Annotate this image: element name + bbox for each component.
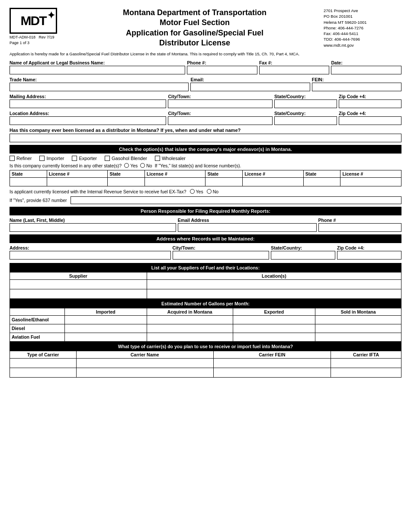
date-input[interactable]	[331, 66, 401, 74]
carrier-fein-1[interactable]	[213, 358, 331, 368]
checkbox-wholesaler[interactable]: Wholesaler	[155, 156, 186, 161]
state-cell-3[interactable]	[206, 177, 243, 186]
company-licensed-input[interactable]	[10, 134, 401, 142]
checkbox-refiner[interactable]: Refiner	[10, 156, 32, 161]
carrier-fein-2[interactable]	[213, 368, 331, 377]
license-cell-4[interactable]	[340, 177, 401, 186]
email-label: Email:	[190, 77, 310, 82]
person-phone-label: Phone #	[318, 218, 401, 223]
diesel-exported[interactable]	[233, 324, 315, 333]
records-zip-group: Zip Code +4:	[337, 245, 401, 260]
licensed-no-radio[interactable]	[140, 163, 145, 168]
ex-tax-yes-option[interactable]: Yes	[190, 189, 203, 194]
carrier-type-1[interactable]	[10, 358, 77, 368]
diesel-acquired[interactable]	[147, 324, 233, 333]
records-state-label: State/Country:	[271, 245, 335, 250]
ex-tax-637-input[interactable]	[71, 196, 401, 204]
mailing-state-input[interactable]	[274, 99, 337, 108]
state-cell-1[interactable]	[10, 177, 47, 186]
location-state-input[interactable]	[274, 116, 337, 125]
supplier-name-2[interactable]	[10, 289, 147, 298]
location-city-group: City/Town:	[168, 111, 273, 125]
records-city-input[interactable]	[173, 251, 270, 260]
fax-input[interactable]	[259, 66, 330, 74]
gasoline-sold[interactable]	[315, 315, 401, 324]
ex-tax-yes-label: Yes	[196, 189, 203, 194]
carrier-ifta-2[interactable]	[331, 368, 401, 377]
carrier-row-2	[10, 368, 401, 377]
diesel-sold[interactable]	[315, 324, 401, 333]
phone-group: Phone #:	[187, 60, 257, 74]
license-cell-1[interactable]	[47, 177, 108, 186]
licensed-no-option[interactable]: No	[140, 163, 152, 168]
checkbox-exporter[interactable]: Exporter	[72, 156, 97, 161]
person-name-input[interactable]	[10, 223, 176, 232]
applicant-name-input[interactable]	[10, 66, 185, 74]
refiner-checkbox[interactable]	[10, 156, 15, 161]
supplier-location-1[interactable]	[147, 279, 401, 289]
col-license-3: License #	[243, 170, 304, 177]
records-city-label: City/Town:	[173, 245, 270, 250]
ex-tax-no-option[interactable]: No	[207, 189, 218, 194]
aviation-sold[interactable]	[315, 333, 401, 341]
gasoline-acquired[interactable]	[147, 315, 233, 324]
diesel-imported[interactable]	[64, 324, 147, 333]
fein-input[interactable]	[312, 83, 401, 91]
records-zip-input[interactable]	[337, 251, 401, 260]
location-address-input[interactable]	[10, 116, 166, 125]
gasoline-imported[interactable]	[64, 315, 147, 324]
license-cell-2[interactable]	[144, 177, 206, 186]
licensed-yes-option[interactable]: Yes	[124, 163, 138, 168]
sold-header: Sold in Montana	[315, 308, 401, 315]
logo-area: MDT ✦ MDT-ADM-018 Rev 7/19 Page 1 of 3	[10, 8, 66, 45]
state-cell-2[interactable]	[108, 177, 145, 186]
ex-tax-no-radio[interactable]	[207, 189, 212, 194]
mailing-address-input[interactable]	[10, 99, 166, 108]
trade-name-input[interactable]	[10, 83, 189, 91]
email-input[interactable]	[190, 83, 310, 91]
carrier-type-header: Type of Carrier	[10, 351, 77, 358]
trade-name-label: Trade Name:	[10, 77, 189, 82]
company-licensed-group: Has this company ever been licensed as a…	[10, 128, 401, 142]
location-address-group: Location Address:	[10, 111, 166, 125]
person-phone-input[interactable]	[318, 223, 401, 232]
location-state-label: State/Country:	[274, 111, 337, 116]
carrier-type-2[interactable]	[10, 368, 77, 377]
aviation-exported[interactable]	[233, 333, 315, 341]
phone-input[interactable]	[187, 66, 257, 74]
ex-tax-no-label: No	[213, 189, 218, 194]
checkbox-importer[interactable]: Importer	[39, 156, 64, 161]
records-state-input[interactable]	[271, 251, 335, 260]
location-zip-input[interactable]	[339, 116, 401, 125]
gasoline-exported[interactable]	[233, 315, 315, 324]
supplier-row-1	[10, 279, 401, 289]
importer-checkbox[interactable]	[39, 156, 45, 161]
aviation-imported[interactable]	[64, 333, 147, 341]
records-address-input[interactable]	[10, 251, 171, 260]
license-cell-3[interactable]	[243, 177, 304, 186]
wholesaler-checkbox[interactable]	[155, 156, 160, 161]
state-cell-4[interactable]	[303, 177, 340, 186]
gasohol-checkbox[interactable]	[105, 156, 110, 161]
person-email-input[interactable]	[178, 223, 317, 232]
aviation-acquired[interactable]	[147, 333, 233, 341]
carrier-name-2[interactable]	[76, 368, 213, 377]
carrier-ifta-1[interactable]	[331, 358, 401, 368]
carrier-row-1	[10, 358, 401, 368]
mailing-city-input[interactable]	[168, 99, 273, 108]
mailing-zip-group: Zip Code +4:	[339, 94, 401, 108]
supplier-location-2[interactable]	[147, 289, 401, 298]
ex-tax-yes-radio[interactable]	[190, 189, 195, 194]
licensed-yes-radio[interactable]	[124, 163, 129, 168]
table-row	[10, 177, 401, 186]
gallons-header: Estimated Number of Gallons per Month:	[10, 299, 401, 308]
supplier-name-1[interactable]	[10, 279, 147, 289]
exporter-checkbox[interactable]	[72, 156, 77, 161]
imported-header: Imported	[64, 308, 147, 315]
location-city-input[interactable]	[168, 116, 273, 125]
checkbox-gasohol[interactable]: Gasohol Blender	[105, 156, 147, 161]
carrier-name-1[interactable]	[76, 358, 213, 368]
records-address-group: Address:	[10, 245, 171, 260]
date-label: Date:	[331, 60, 401, 65]
mailing-zip-input[interactable]	[339, 99, 401, 108]
